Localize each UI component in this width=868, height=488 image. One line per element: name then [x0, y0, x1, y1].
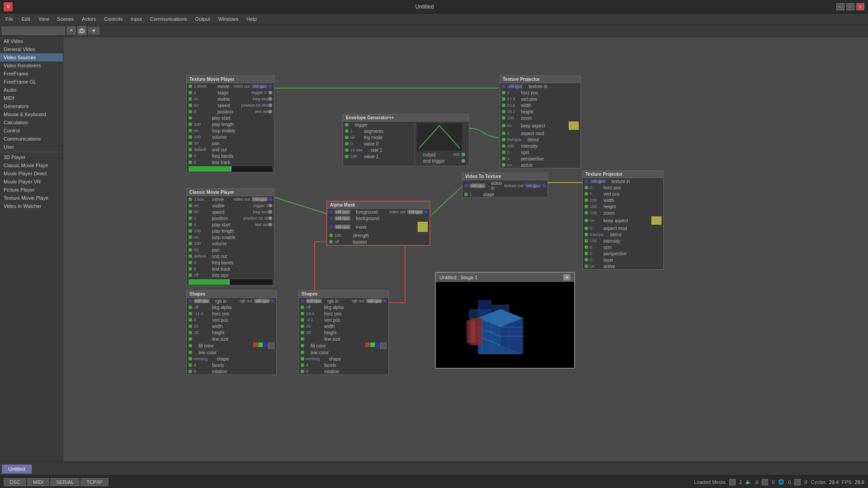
menubar: File Edit View Scenes Actors Controls In… — [0, 14, 868, 24]
sidebar-item-calculation[interactable]: Calculation — [0, 118, 63, 127]
progress-fill — [189, 166, 231, 172]
shapes-2-node[interactable]: Shapes vid-cpu rgb in rgb out vid-cpu of… — [298, 290, 389, 375]
menu-help[interactable]: Help — [243, 15, 260, 23]
sidebar-item-video-in-watcher[interactable]: Video In Watcher — [0, 202, 63, 210]
menu-communications[interactable]: Communications — [146, 15, 191, 23]
progress-bar — [189, 166, 272, 172]
toolbar: ✕ ▼ — [0, 24, 868, 37]
node-canvas[interactable]: Texture Movie Player 1:block movie video… — [63, 37, 868, 461]
envelope-content: trigger 1segments alltrig mode 0value 0 … — [343, 122, 469, 166]
bottom-tabs: Untitled — [0, 462, 868, 475]
sidebar-item-all-video[interactable]: All Video — [0, 37, 63, 45]
alpha-mask-node[interactable]: Alpha Mask vid-cpu foreground video out … — [326, 201, 430, 246]
sidebar-item-user[interactable]: User — [0, 143, 63, 151]
menu-file[interactable]: File — [2, 15, 17, 23]
sidebar-item-control[interactable]: Control — [0, 127, 63, 135]
port-left[interactable] — [189, 84, 192, 88]
camera-button[interactable] — [77, 26, 86, 35]
port-left[interactable] — [189, 110, 192, 113]
texture-projector-2-title: Texture Projector — [583, 171, 663, 178]
menu-windows[interactable]: Windows — [215, 15, 242, 23]
sidebar-item-audio[interactable]: Audio — [0, 86, 63, 94]
sidebar-item-video-renderers[interactable]: Video Renderers — [0, 61, 63, 70]
port-right[interactable] — [269, 91, 272, 94]
media-icon-2 — [762, 479, 768, 485]
svg-point-0 — [80, 30, 83, 33]
sidebar-item-mouse-keyboard[interactable]: Mouse & Keyboard — [0, 110, 63, 118]
port-right[interactable] — [269, 110, 272, 113]
tab-midi[interactable]: MIDI — [27, 478, 49, 486]
sidebar-item-texture-movie-player[interactable]: Texture Movie Playe — [0, 194, 63, 202]
stage-titlebar: Untitled : Stage 1 ✕ — [436, 273, 574, 282]
menu-controls[interactable]: Controls — [100, 15, 126, 23]
sidebar-item-picture-player[interactable]: Picture Player — [0, 186, 63, 194]
video-to-texture-node[interactable]: Video To Texture vid-cpu video in textur… — [462, 173, 548, 198]
classic-movie-player-node[interactable]: Classic Movie Player 2:box movie video o… — [186, 188, 274, 286]
video-to-texture-title: Video To Texture — [462, 173, 547, 180]
keep-aspect-swatch-2 — [651, 216, 661, 225]
stage-window[interactable]: Untitled : Stage 1 ✕ — [435, 272, 575, 369]
loaded-media-label: Loaded Media — [694, 479, 726, 485]
menu-scenes[interactable]: Scenes — [53, 15, 77, 23]
keep-aspect-swatch — [569, 122, 579, 130]
sidebar-item-classic-movie-player[interactable]: Classic Movie Playe — [0, 161, 63, 169]
port-left[interactable] — [189, 91, 192, 94]
port-left[interactable] — [189, 103, 192, 107]
texture-projector-1-node[interactable]: Texture Projector vid-gpu texture in 0ho… — [500, 75, 581, 169]
tab-tcp-ip[interactable]: TCP/IP — [80, 478, 108, 486]
menu-output[interactable]: Output — [192, 15, 214, 23]
port-left[interactable] — [189, 97, 192, 101]
sidebar-item-general-video[interactable]: General Video — [0, 45, 63, 53]
sidebar-item-midi[interactable]: MIDI — [0, 94, 63, 102]
texture-projector-1-title: Texture Projector — [500, 76, 580, 83]
texture-projector-2-node[interactable]: Texture Projector vid-gpu texture in 0ho… — [582, 170, 664, 270]
stage-content — [436, 282, 574, 368]
app-icon: V — [4, 2, 13, 11]
search-input[interactable] — [2, 27, 65, 35]
texture-movie-player-node[interactable]: Texture Movie Player 1:block movie video… — [186, 75, 274, 173]
speaker-icon: 🔈 — [745, 479, 752, 485]
classic-progress-fill — [189, 279, 229, 285]
window-controls: — □ ✕ — [836, 3, 864, 10]
maximize-button[interactable]: □ — [846, 3, 854, 10]
sidebar-item-video-sources[interactable]: Video Sources — [0, 53, 63, 61]
alpha-mask-swatch — [418, 222, 428, 232]
minimize-button[interactable]: — — [836, 3, 844, 10]
port-right[interactable] — [269, 84, 272, 88]
stage-close-button[interactable]: ✕ — [563, 274, 571, 281]
dropdown-button[interactable]: ▼ — [88, 27, 99, 34]
clear-search-button[interactable]: ✕ — [67, 27, 75, 34]
sidebar: All Video General Video Video Sources Vi… — [0, 37, 63, 461]
fill-color-swatch-1 — [253, 343, 274, 349]
port-right[interactable] — [269, 103, 272, 107]
fps-label: FPS — [842, 479, 851, 485]
scene-tab-untitled[interactable]: Untitled — [2, 465, 32, 474]
sidebar-item-3d-player[interactable]: 3D Player — [0, 153, 63, 161]
tab-serial[interactable]: SERIAL — [50, 478, 80, 486]
sidebar-item-movie-player-vr[interactable]: Movie Player VR — [0, 178, 63, 186]
tab-osc[interactable]: OSC — [4, 478, 26, 486]
sidebar-item-movie-player-direct[interactable]: Movie Player Direct — [0, 169, 63, 178]
video-count: 0 — [772, 479, 774, 485]
menu-edit[interactable]: Edit — [18, 15, 34, 23]
sidebar-item-freeframe[interactable]: FreeFrame — [0, 70, 63, 78]
close-button[interactable]: ✕ — [856, 3, 864, 10]
texture-movie-player-title: Texture Movie Player — [187, 76, 274, 83]
sidebar-item-communications[interactable]: Communications — [0, 135, 63, 143]
classic-progress-bar — [189, 279, 272, 285]
sidebar-divider — [0, 152, 63, 152]
envelope-diagram — [417, 123, 462, 150]
menu-view[interactable]: View — [35, 15, 53, 23]
shapes-1-node[interactable]: Shapes vid-cpu rgb in rgb out vid-cpu of… — [186, 290, 277, 375]
envelope-generator-node[interactable]: Envelope Generator++ trigger 1segments a… — [343, 114, 469, 166]
port-right[interactable] — [269, 97, 272, 101]
node-row: 1:block movie video out vid-gpu — [187, 83, 274, 89]
sidebar-item-generators[interactable]: Generators — [0, 102, 63, 110]
sidebar-item-freeframe-gl[interactable]: FreeFrame GL — [0, 78, 63, 86]
midi-count: 0 — [755, 479, 758, 485]
svg-line-4 — [272, 197, 332, 216]
fill-color-swatch-2 — [365, 343, 387, 349]
menu-input[interactable]: Input — [127, 15, 145, 23]
alpha-mask-title: Alpha Mask — [327, 202, 429, 209]
menu-actors[interactable]: Actors — [78, 15, 99, 23]
